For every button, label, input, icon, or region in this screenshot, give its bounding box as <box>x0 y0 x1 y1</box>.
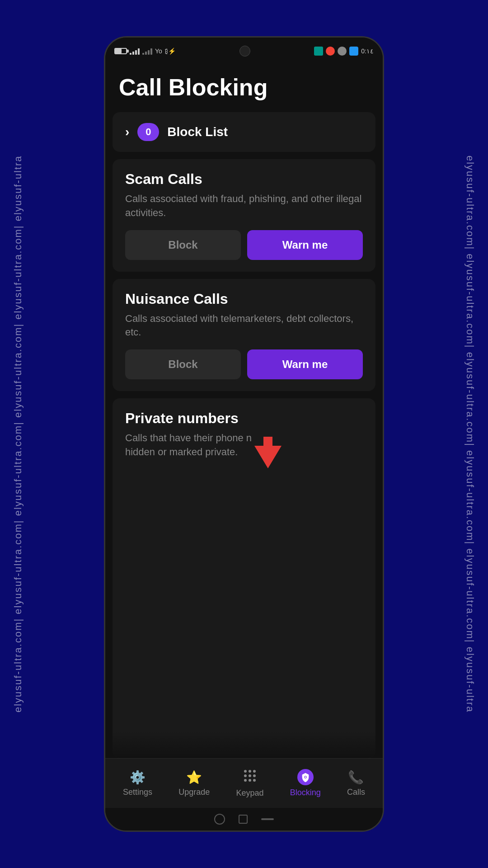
nav-settings[interactable]: ⚙️ Settings <box>116 766 160 801</box>
home-indicator <box>105 808 383 830</box>
svg-point-4 <box>244 774 247 777</box>
signal-bars-2 <box>142 47 152 55</box>
scam-block-button[interactable]: Block <box>125 230 241 260</box>
nav-keypad-label: Keypad <box>236 788 263 798</box>
main-content: Call Blocking › 0 Block List Scam Calls … <box>105 65 383 758</box>
front-camera <box>239 46 250 57</box>
svg-point-3 <box>253 770 256 773</box>
status-bar: Yo ₿⚡ 0:١٤ <box>105 38 383 65</box>
page-title: Call Blocking <box>105 65 383 112</box>
nav-calls[interactable]: 📞 Calls <box>340 766 372 801</box>
scam-calls-card: Scam Calls Calls associated with fraud, … <box>113 159 375 272</box>
watermark-left: elyusuf-ultra.com| elyusuf-ultra.com| el… <box>0 0 36 868</box>
signal-bars <box>130 47 140 55</box>
arrow-down-icon <box>254 437 282 468</box>
block-list-label: Block List <box>167 125 228 139</box>
nuisance-calls-card: Nuisance Calls Calls associated with tel… <box>113 279 375 392</box>
settings-icon: ⚙️ <box>130 770 145 785</box>
private-numbers-title: Private numbers <box>125 410 363 427</box>
scam-calls-title: Scam Calls <box>125 171 363 188</box>
nuisance-calls-title: Nuisance Calls <box>125 291 363 307</box>
svg-marker-0 <box>254 437 282 468</box>
calls-icon: 📞 <box>348 770 364 785</box>
nuisance-calls-actions: Block Warn me <box>125 349 363 379</box>
block-count-badge: 0 <box>137 123 159 141</box>
notif-icon-blue <box>349 47 358 56</box>
private-numbers-desc: Calls that have their phone n hidden or … <box>125 431 363 459</box>
notif-icon-gray <box>338 47 347 56</box>
nuisance-calls-desc: Calls associated with telemarketers, deb… <box>125 312 363 340</box>
status-bar-right: 0:١٤ <box>314 47 374 56</box>
svg-point-7 <box>244 779 247 782</box>
phone-frame: Yo ₿⚡ 0:١٤ Call Blocking › 0 Block List … <box>104 36 384 832</box>
svg-point-9 <box>253 779 256 782</box>
back-button[interactable] <box>214 814 225 825</box>
recents-button[interactable] <box>261 818 274 820</box>
block-list-card[interactable]: › 0 Block List <box>113 112 375 152</box>
chevron-right-icon: › <box>125 125 129 139</box>
nav-calls-label: Calls <box>347 788 365 797</box>
notif-icon-teal <box>314 47 323 56</box>
svg-point-6 <box>253 774 256 777</box>
scam-calls-desc: Calls associated with fraud, phishing, a… <box>125 192 363 220</box>
status-bar-left: Yo ₿⚡ <box>114 47 176 55</box>
nav-upgrade[interactable]: ⭐ Upgrade <box>171 766 217 801</box>
scam-calls-actions: Block Warn me <box>125 230 363 260</box>
keypad-icon <box>243 769 257 786</box>
svg-point-2 <box>249 770 251 773</box>
battery-icon <box>114 48 127 54</box>
private-numbers-card: Private numbers Calls that have their ph… <box>113 398 375 758</box>
nav-keypad[interactable]: Keypad <box>229 765 271 802</box>
nav-blocking[interactable]: Blocking <box>283 765 328 801</box>
network-label: Yo <box>155 47 162 55</box>
watermark-right: elyusuf-ultra.com| elyusuf-ultra.com| el… <box>452 0 488 868</box>
svg-point-5 <box>249 774 251 777</box>
bt-label: ₿⚡ <box>165 47 176 55</box>
notif-icon-red <box>326 47 335 56</box>
nuisance-warn-button[interactable]: Warn me <box>247 349 363 379</box>
scam-warn-button[interactable]: Warn me <box>247 230 363 260</box>
nuisance-block-button[interactable]: Block <box>125 349 241 379</box>
upgrade-icon: ⭐ <box>186 770 202 785</box>
time-display: 0:١٤ <box>361 47 374 55</box>
bottom-navigation: ⚙️ Settings ⭐ Upgrade Keypad <box>105 758 383 808</box>
nav-upgrade-label: Upgrade <box>178 788 210 797</box>
nav-settings-label: Settings <box>123 788 152 797</box>
nav-blocking-label: Blocking <box>290 788 321 797</box>
svg-point-1 <box>244 770 247 773</box>
svg-point-8 <box>249 779 251 782</box>
blocking-icon <box>297 769 314 785</box>
home-button[interactable] <box>239 815 248 824</box>
svg-point-11 <box>305 776 306 778</box>
